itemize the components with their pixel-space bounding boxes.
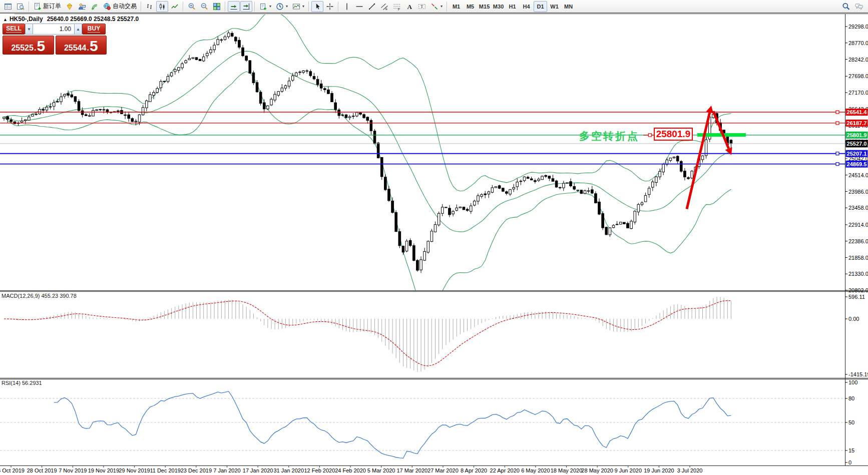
svg-text:8 Apr 2020: 8 Apr 2020 (461, 467, 487, 473)
templates-button[interactable]: ▾ (290, 1, 306, 12)
svg-text:22914.0: 22914.0 (848, 222, 868, 228)
crosshair-button[interactable] (324, 1, 336, 12)
chart-bars-button[interactable] (144, 1, 156, 12)
price-axis[interactable]: 29298.028770.028242.027698.027170.026642… (845, 24, 868, 293)
mt4-terminal: 新订单自动交易▾▾▾EFAT▾M1M5M15M30H1H4D1W1MN 2929… (0, 0, 868, 475)
text-button[interactable]: A (403, 1, 415, 12)
macd-indicator-label: MACD(12,26,9) 455.23 390.78 (2, 293, 77, 299)
timeframe-h4-button[interactable]: H4 (520, 1, 533, 12)
zoom-out-button[interactable] (198, 1, 210, 12)
timeframe-mn-button[interactable]: MN (562, 1, 575, 12)
pane-separators[interactable] (0, 14, 868, 466)
volume-decrease-button[interactable]: ▼ (25, 24, 33, 35)
chat-icon (855, 3, 863, 11)
navigator-button[interactable] (15, 1, 27, 12)
svg-text:6 Oct 2019: 6 Oct 2019 (0, 467, 25, 473)
svg-text:100: 100 (848, 379, 857, 385)
chart-line-button[interactable] (169, 1, 181, 12)
rsi-pane (0, 391, 845, 458)
svg-text:25207.1: 25207.1 (847, 151, 867, 157)
buy-price[interactable]: 25544.5 (56, 36, 107, 55)
hline-button[interactable] (353, 1, 365, 12)
svg-text:T: T (420, 4, 423, 9)
search-button[interactable] (840, 1, 852, 12)
svg-text:80: 80 (848, 395, 854, 401)
text-label-icon: T (418, 3, 426, 11)
search-icon (842, 3, 850, 11)
ohlc-values: 25640.0 25669.0 25248.5 25527.0 (47, 16, 139, 23)
volume-increase-button[interactable]: ▲ (74, 24, 82, 35)
vline-button[interactable] (341, 1, 353, 12)
bollinger-bands (4, 14, 731, 310)
text-label-button[interactable]: T (416, 1, 428, 12)
toolbar-separator (254, 2, 255, 12)
svg-text:29 Nov 2019: 29 Nov 2019 (119, 467, 150, 473)
buy-button[interactable]: BUY (82, 24, 106, 35)
auto-scroll-icon (230, 3, 238, 11)
new-order-button[interactable]: 新订单 (32, 1, 63, 12)
one-click-trade-panel: SELL ▼ ▲ BUY 25525.5 25544.5 (3, 24, 107, 55)
timeframe-h1-button[interactable]: H1 (506, 1, 519, 12)
sell-button[interactable]: SELL (3, 24, 25, 35)
market-watch-button[interactable] (2, 1, 14, 12)
collapse-panel-icon[interactable]: ▲ (3, 17, 8, 22)
metaeditor-button[interactable] (64, 1, 76, 12)
chart-canvas[interactable]: 29298.028770.028242.027698.027170.026642… (0, 14, 868, 475)
svg-text:3 Jul 2020: 3 Jul 2020 (677, 467, 703, 473)
toolbar-separator (225, 2, 226, 12)
volume-input[interactable] (33, 24, 74, 35)
timeframe-d1-button[interactable]: D1 (534, 1, 547, 12)
horizontal-levels[interactable] (0, 111, 845, 166)
annotation-price-label[interactable]: 25801.9 (654, 128, 693, 141)
periods-button[interactable]: ▾ (274, 1, 290, 12)
arrows-icon (430, 3, 439, 11)
toolbar-separator (183, 2, 184, 12)
signals-button[interactable] (89, 1, 101, 12)
autotrading-button[interactable]: 自动交易 (101, 1, 139, 12)
toolbar-separator (141, 2, 142, 12)
templates-icon (292, 3, 300, 11)
tile-windows-button[interactable] (211, 1, 223, 12)
chart-candles-button[interactable] (156, 1, 168, 12)
svg-text:9 Jun 2020: 9 Jun 2020 (615, 467, 642, 473)
chart-shift-icon (242, 3, 250, 11)
annotation-text[interactable]: 多空转折点 (579, 129, 639, 143)
navigator-icon (17, 3, 25, 11)
timeframe-m1-button[interactable]: M1 (450, 1, 463, 12)
trade-panel-prices: 25525.5 25544.5 (3, 36, 107, 55)
cursor-button[interactable] (311, 1, 323, 12)
arrows-button[interactable]: ▾ (428, 1, 445, 12)
svg-text:22 Apr 2020: 22 Apr 2020 (490, 467, 520, 473)
svg-text:22386.0: 22386.0 (848, 238, 868, 244)
chart-candles-icon (158, 3, 166, 11)
hline-icon (355, 3, 363, 11)
sell-price[interactable]: 25525.5 (3, 36, 54, 55)
auto-scroll-button[interactable] (228, 1, 240, 12)
strategy-tester-icon (78, 3, 86, 11)
channel-icon: E (380, 3, 388, 11)
svg-text:27170.0: 27170.0 (848, 90, 868, 96)
svg-text:5 Mar 2020: 5 Mar 2020 (367, 467, 395, 473)
channel-button[interactable]: E (378, 1, 390, 12)
timeframe-m30-button[interactable]: M30 (492, 1, 505, 12)
buy-price-dot: . (87, 43, 89, 53)
rsi-line (54, 391, 731, 458)
trade-panel-controls: SELL ▼ ▲ BUY (3, 24, 107, 35)
timeframe-w1-button[interactable]: W1 (548, 1, 561, 12)
svg-text:29298.0: 29298.0 (848, 24, 868, 30)
trendline-button[interactable] (366, 1, 378, 12)
svg-text:21330.0: 21330.0 (848, 271, 868, 277)
svg-text:27698.0: 27698.0 (848, 73, 868, 79)
strategy-tester-button[interactable] (76, 1, 88, 12)
chart-shift-button[interactable] (240, 1, 252, 12)
new-chart-button[interactable]: ▾ (257, 1, 273, 12)
chat-button[interactable] (853, 1, 865, 12)
fibonacci-button[interactable]: F (391, 1, 403, 12)
timeframe-m5-button[interactable]: M5 (464, 1, 477, 12)
svg-text:19 Jun 2020: 19 Jun 2020 (644, 467, 674, 473)
svg-text:26541.4: 26541.4 (847, 109, 867, 115)
time-axis[interactable]: 6 Oct 201928 Oct 20197 Nov 201919 Nov 20… (0, 466, 702, 474)
svg-text:50: 50 (848, 419, 854, 425)
timeframe-m15-button[interactable]: M15 (478, 1, 491, 12)
zoom-in-button[interactable] (186, 1, 198, 12)
